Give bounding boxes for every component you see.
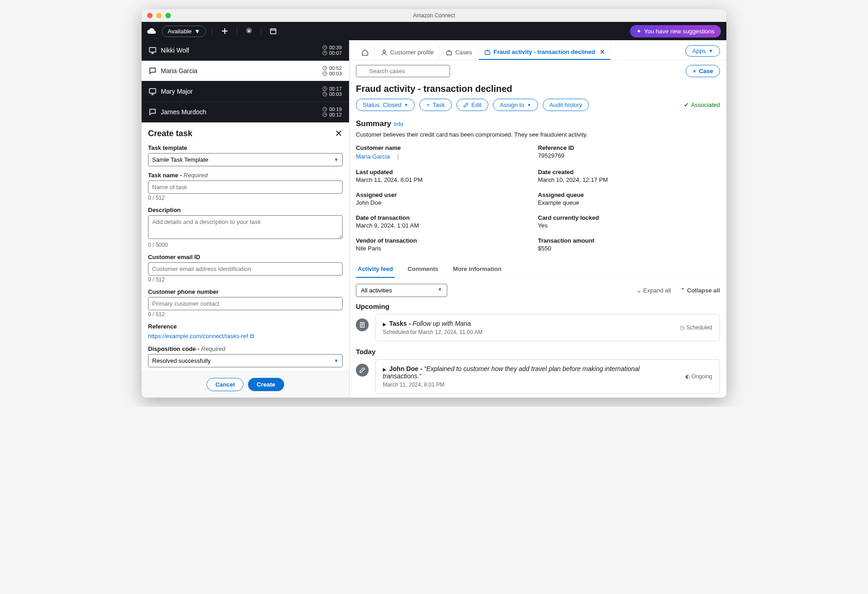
email-label: Customer email ID (148, 254, 343, 260)
disposition-value: Resolved successfully (152, 357, 211, 364)
task-template-select[interactable]: Samle Task Template ▼ (148, 153, 343, 166)
field-key: Vendor of transaction (356, 237, 538, 244)
cancel-button[interactable]: Cancel (206, 378, 243, 391)
create-button[interactable]: Create (248, 378, 284, 391)
plus-icon[interactable] (221, 27, 228, 35)
subtab-comments[interactable]: Comments (406, 261, 440, 278)
traffic-lights (147, 13, 171, 18)
customer-name-link[interactable]: Maria Garcia⋮ (356, 153, 401, 160)
contact-row[interactable]: Mary Major00:1700:03 (142, 81, 349, 102)
description-label: Description (148, 207, 343, 213)
expand-triangle-icon[interactable]: ▶ (383, 322, 386, 327)
create-task-footer: Cancel Create (142, 371, 349, 398)
filter-value: All activities (361, 287, 392, 294)
divider (261, 27, 261, 35)
suggestions-button[interactable]: ✦ You have new suggestions (630, 25, 721, 37)
chat-icon (149, 67, 156, 74)
contact-row[interactable]: James Murdoch00:1900:12 (142, 102, 349, 122)
maximize-window-button[interactable] (165, 13, 171, 18)
field-value: Example queue (538, 199, 720, 206)
task-label: Task (433, 101, 445, 108)
contact-row[interactable]: Maria Garcia00:5200:03 (142, 61, 349, 81)
associated-badge: ✔Associated (684, 101, 720, 108)
new-case-button[interactable]: +Case (686, 65, 720, 77)
left-sidebar: Nikki Wolf00:3900:07Maria Garcia00:5200:… (142, 40, 349, 398)
gear-icon[interactable] (245, 27, 253, 35)
svg-rect-7 (149, 89, 156, 93)
feed-subtitle: March 11, 2024, 8:01 PM (383, 382, 680, 388)
email-helper: 0 / 512 (148, 276, 343, 283)
feed-card[interactable]: ▶John Doe - "Explained to customer how t… (375, 359, 720, 394)
field-key: Card currently locked (538, 214, 720, 221)
tab-home[interactable] (356, 45, 375, 60)
phone-helper: 0 / 512 (148, 311, 343, 318)
feed-subtitle: Scheduled for March 12, 2024, 11:00 AM (383, 329, 482, 335)
field-value: March 11, 2024, 8:01 PM (356, 176, 538, 183)
email-input[interactable] (148, 262, 343, 276)
calendar-icon[interactable] (270, 27, 277, 35)
feed-group-today: Today (356, 348, 720, 355)
status-scheduled: ◷Scheduled (680, 320, 712, 335)
check-circle-icon: ✔ (684, 101, 689, 108)
chevron-down-icon: ▼ (404, 103, 408, 107)
expand-all-button[interactable]: ⌄Expand all (636, 287, 671, 294)
home-icon (361, 49, 369, 56)
close-window-button[interactable] (147, 13, 153, 18)
task-icon (356, 318, 369, 331)
task-name-input[interactable] (148, 180, 343, 194)
feed-card[interactable]: ▶Tasks - Follow up with Maria Scheduled … (375, 314, 720, 341)
minimize-window-button[interactable] (156, 13, 162, 18)
more-options-icon[interactable]: ⋮ (395, 153, 401, 160)
activities-filter-dropdown[interactable]: All activities▼ (356, 284, 447, 297)
chevron-down-icon: ▼ (527, 103, 531, 107)
phone-label: Customer phone number (148, 288, 343, 295)
close-icon[interactable]: ✕ (335, 128, 343, 139)
description-input[interactable] (148, 215, 343, 239)
field-value: Yes (538, 222, 720, 229)
disposition-select[interactable]: Resolved successfully ▼ (148, 354, 343, 367)
main-content: Customer profile Cases Fraud activity - … (349, 40, 726, 398)
field-value: $550 (538, 245, 720, 252)
collapse-all-button[interactable]: ⌃Collapse all (680, 287, 720, 294)
tab-label: Customer profile (390, 49, 434, 56)
task-template-value: Samle Task Template (152, 156, 208, 163)
assign-to-dropdown[interactable]: Assign to▼ (493, 99, 538, 111)
case-actions-row: Status: Closed▼ +Task Edit Assign to▼ Au… (356, 99, 720, 111)
task-template-label: Task template (148, 144, 343, 151)
tab-cases[interactable]: Cases (440, 45, 478, 59)
edit-button[interactable]: Edit (456, 99, 488, 111)
external-link-icon: ⧉ (250, 333, 254, 340)
contact-row[interactable]: Nikki Wolf00:3900:07 (142, 40, 349, 61)
subtab-activity-feed[interactable]: Activity feed (356, 261, 395, 278)
search-cases-input[interactable] (356, 65, 450, 77)
apps-label: Apps (692, 48, 706, 54)
field-key: Last updated (356, 169, 538, 175)
create-task-panel: Create task ✕ Task template Samle Task T… (142, 122, 349, 371)
subtab-more-information[interactable]: More information (451, 261, 503, 278)
close-tab-icon[interactable]: ✕ (600, 48, 605, 55)
phone-input[interactable] (148, 297, 343, 310)
tab-customer-profile[interactable]: Customer profile (376, 45, 439, 59)
field-value: March 9, 2024, 1:01 AM (356, 222, 538, 229)
status-dropdown[interactable]: Status: Closed▼ (356, 99, 415, 111)
svg-rect-14 (485, 51, 490, 54)
availability-dropdown[interactable]: Available ▼ (162, 26, 206, 37)
disposition-label: Disposition code - Required (148, 345, 343, 352)
briefcase-icon (484, 49, 491, 55)
svg-rect-13 (447, 51, 452, 55)
audit-history-button[interactable]: Audit history (543, 99, 589, 111)
spinner-icon: ◐ (685, 373, 690, 380)
info-link[interactable]: Info (394, 121, 403, 127)
divider (237, 27, 237, 35)
task-button[interactable]: +Task (419, 99, 451, 111)
reference-link[interactable]: https://example.com/connect/tasks-ref ⧉ (148, 333, 254, 340)
tab-fraud-activity[interactable]: Fraud activity - transaction declined✕ (479, 45, 611, 60)
field-value: John Doe (356, 199, 538, 206)
summary-description: Customer believes their credit card has … (356, 131, 720, 138)
apps-dropdown[interactable]: Apps▼ (685, 45, 720, 57)
divider (212, 27, 212, 35)
contact-name: Mary Major (161, 88, 193, 95)
expand-triangle-icon[interactable]: ▶ (383, 367, 386, 372)
field-key: Transaction amount (538, 237, 720, 244)
plus-icon: + (693, 68, 696, 74)
